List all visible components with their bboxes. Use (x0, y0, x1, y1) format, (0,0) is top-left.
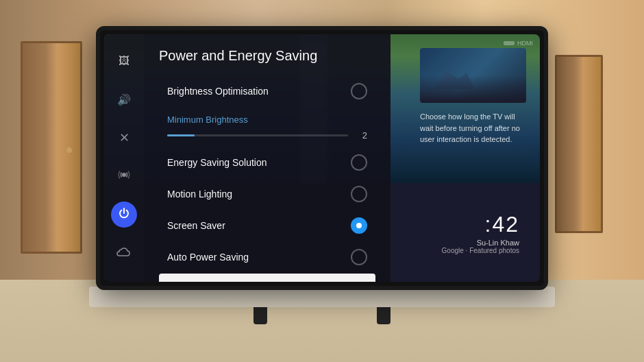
clock-area: :42 Su-Lin Khaw Google · Featured photos (442, 212, 519, 254)
info-description: Choose how long the TV will wait before … (420, 111, 526, 145)
hdmi-indicator: HDMI (504, 40, 533, 47)
menu-item-auto-power-off[interactable]: Auto Power Off Off (159, 274, 375, 282)
sidebar-item-cloud[interactable] (111, 240, 137, 266)
main-panel: Power and Energy Saving Brightness Optim… (144, 34, 391, 282)
auto-power-saving-toggle[interactable] (351, 249, 367, 265)
clock-name: Su-Lin Khaw (442, 239, 519, 247)
cloud-icon (116, 246, 132, 260)
motion-lighting-toggle[interactable] (351, 186, 367, 202)
auto-power-off-value: Off (355, 280, 367, 282)
room-background: HDMI :42 Su-Lin Khaw Google · Featured p… (0, 0, 644, 362)
sidebar-item-picture[interactable]: 🖼 (111, 48, 137, 74)
info-thumbnail (420, 48, 526, 103)
minimum-brightness-value: 2 (356, 130, 367, 141)
sound-icon: 🔊 (117, 93, 131, 106)
clock-time: :42 (442, 212, 519, 237)
clock-source: Google · Featured photos (442, 247, 519, 254)
motion-lighting-label: Motion Lighting (167, 189, 232, 200)
minimum-brightness-slider-row: 2 (159, 128, 375, 147)
sidebar-item-close[interactable]: ✕ (111, 125, 137, 151)
menu-item-screen-saver[interactable]: Screen Saver (159, 210, 375, 241)
sidebar-item-broadcast[interactable] (111, 163, 137, 189)
info-panel: Choose how long the TV will wait before … (420, 48, 526, 145)
tv-frame: HDMI :42 Su-Lin Khaw Google · Featured p… (96, 26, 548, 290)
power-icon (117, 206, 131, 223)
menu-item-brightness-optimisation[interactable]: Brightness Optimisation (159, 76, 375, 106)
broadcast-icon (117, 168, 131, 185)
sidebar-item-sound[interactable]: 🔊 (111, 86, 137, 112)
thumbnail-landscape (420, 75, 526, 103)
door-left (21, 41, 82, 254)
minimum-brightness-fill (167, 134, 195, 136)
menu-item-energy-saving[interactable]: Energy Saving Solution (159, 147, 375, 178)
energy-saving-label: Energy Saving Solution (167, 157, 267, 168)
menu-item-auto-power-saving[interactable]: Auto Power Saving (159, 242, 375, 272)
panel-title: Power and Energy Saving (159, 48, 375, 64)
brightness-optimisation-label: Brightness Optimisation (167, 86, 269, 97)
menu-item-motion-lighting[interactable]: Motion Lighting (159, 179, 375, 209)
close-x-icon: ✕ (119, 130, 129, 145)
tv-screen: HDMI :42 Su-Lin Khaw Google · Featured p… (104, 34, 540, 282)
brightness-optimisation-toggle[interactable] (351, 83, 367, 99)
sidebar-item-power[interactable] (111, 202, 137, 228)
hdmi-dot (504, 41, 515, 45)
screen-saver-toggle[interactable] (351, 217, 367, 234)
hdmi-label: HDMI (517, 40, 533, 47)
minimum-brightness-label: Minimum Brightness (167, 114, 248, 125)
sidebar: 🖼 🔊 ✕ (104, 34, 144, 282)
auto-power-saving-label: Auto Power Saving (167, 252, 249, 263)
door-right (555, 55, 603, 233)
auto-power-off-label: Auto Power Off (167, 280, 232, 282)
svg-point-0 (122, 173, 126, 177)
minimum-brightness-track[interactable] (167, 134, 348, 136)
menu-item-minimum-brightness[interactable]: Minimum Brightness (159, 108, 375, 126)
energy-saving-toggle[interactable] (351, 154, 367, 171)
picture-icon: 🖼 (119, 55, 129, 67)
screen-saver-label: Screen Saver (167, 220, 225, 231)
